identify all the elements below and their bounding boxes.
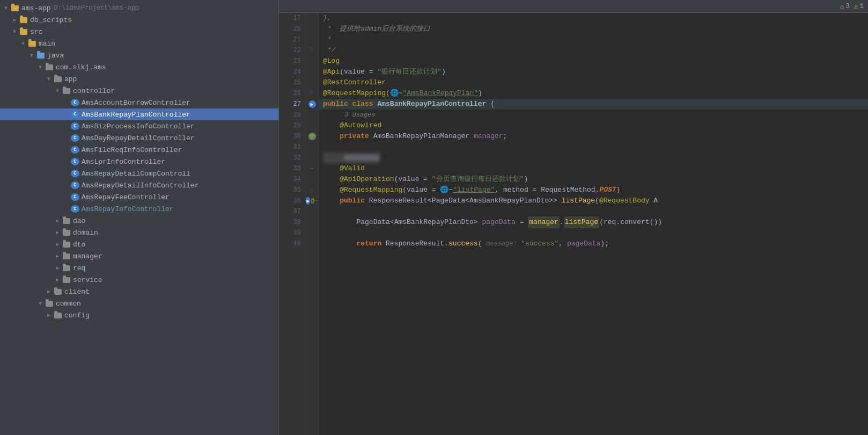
tree-item-domain[interactable]: domain <box>0 227 278 238</box>
tree-item-db-scripts[interactable]: db_scripts <box>0 14 278 26</box>
gutter-30: ↑ <box>306 131 318 142</box>
code-line-21: * <box>319 34 868 45</box>
tree-item-java[interactable]: java <box>0 49 278 61</box>
tree-item-amsbizprocess[interactable]: C AmsBizProcessInfoController <box>0 120 278 132</box>
impl-icon-30[interactable]: ↑ <box>308 133 316 140</box>
gutter: – – ▶ ↑ – – ▶ @ – <box>306 13 319 435</box>
arrow-empty5 <box>62 146 70 154</box>
tree-item-amsrepaydetail[interactable]: C AmsRepayDetailInfoController <box>0 179 278 191</box>
tree-item-req[interactable]: req <box>0 262 278 274</box>
gutter-23 <box>306 56 318 67</box>
line-num-34: 34 <box>281 174 301 185</box>
close-40: ); <box>600 238 609 249</box>
indent-34 <box>323 174 340 185</box>
arrow-empty9 <box>62 193 70 201</box>
fold-icon-35[interactable]: – <box>310 186 314 194</box>
label-manager: manager <box>73 252 102 260</box>
close-34: ) <box>524 174 528 185</box>
folder-icon-dto <box>62 241 71 248</box>
tree-item-service[interactable]: service <box>0 274 278 286</box>
line-num-22: 22 <box>281 45 301 56</box>
code-line-26: @RequestMapping(🌐~"AmsBankRepayPlan") <box>319 88 868 99</box>
paren-36: ( <box>595 195 599 206</box>
label-amsrepayfee: AmsRepayFeeController <box>82 193 170 201</box>
warning-badge-3: ⚠ 3 <box>840 2 850 11</box>
tree-item-amsbankrepayplan[interactable]: C AmsBankRepayPlanController <box>0 108 278 120</box>
label-java: java <box>47 52 64 60</box>
tree-item-config[interactable]: config <box>0 309 278 321</box>
warn-count-3: 3 <box>846 3 850 10</box>
fold-icon-33[interactable]: – <box>310 165 314 172</box>
tree-item-amsaccountborrow[interactable]: C AmsAccountBorrowController <box>0 97 278 108</box>
tree-item-src[interactable]: src <box>0 26 278 38</box>
fold-icon-36[interactable]: – <box>314 197 318 205</box>
label-amsaccountborrow: AmsAccountBorrowController <box>82 99 190 107</box>
tree-item-main[interactable]: main <box>0 38 278 49</box>
tree-item-manager[interactable]: manager <box>0 250 278 262</box>
tree-item-controller[interactable]: controller <box>0 85 278 97</box>
label-domain: domain <box>73 229 98 237</box>
gutter-37 <box>306 206 318 217</box>
warn-icon-3: ⚠ <box>840 2 844 11</box>
tilde-26: ~ <box>399 88 403 99</box>
tree-item-client[interactable]: client <box>0 286 278 298</box>
label-app: app <box>64 75 77 83</box>
tree-item-amsrepayfee[interactable]: C AmsRepayFeeController <box>0 191 278 203</box>
tree-item-app[interactable]: app <box>0 73 278 85</box>
tree-item-amsdayrepay[interactable]: C AmsDayRepayDetailController <box>0 132 278 144</box>
folder-icon-src <box>19 28 28 35</box>
line-num-37: 37 <box>281 206 301 217</box>
code-content-17: }, <box>323 13 332 24</box>
path-ams-app: D:\ideaProject\ams-app <box>54 4 139 12</box>
tree-item-amsrepaycomp[interactable]: C AmsRepayDetailCompControll <box>0 168 278 179</box>
fold-icon-22[interactable]: – <box>310 47 314 54</box>
code-line-32: ██████████ <box>319 153 868 163</box>
tree-item-amslpr[interactable]: C AmsLprInfoController <box>0 156 278 168</box>
gutter-36: ▶ @ – <box>306 195 318 206</box>
class-icon-c4: C <box>71 134 79 142</box>
class-icon-c: C <box>71 99 79 106</box>
arrow-empty4 <box>62 134 70 142</box>
tree-item-amsrepayinfo[interactable]: C AmsRepayInfoController <box>0 203 278 215</box>
tree-item-dao[interactable]: dao <box>0 215 278 227</box>
folder-icon-service <box>62 276 71 284</box>
code-line-37 <box>319 206 868 217</box>
code-line-33: @Valid <box>319 163 868 174</box>
type-40: ResponseResult. <box>386 238 448 249</box>
code-line-24: @Api(value = "银行每日还款计划") <box>319 67 868 77</box>
tree-item-dto[interactable]: dto <box>0 238 278 250</box>
type-36: ResponseResult<PageData<AmsBankRepayPlan… <box>369 195 562 206</box>
indent-36 <box>323 195 340 206</box>
gutter-24 <box>306 67 318 77</box>
tree-item-common[interactable]: common <box>0 298 278 309</box>
arrow-service <box>54 276 61 284</box>
label-amsfilereq: AmsFileReqInfoController <box>82 146 182 154</box>
arrow-empty3 <box>62 122 70 130</box>
dot-38: . <box>560 217 564 228</box>
editor-header: ⚠ 3 ⚠ 1 <box>279 0 868 13</box>
label-db-scripts: db_scripts <box>30 16 72 24</box>
code-content-23: @Log <box>323 56 340 67</box>
tree-item-ams-app[interactable]: ams-app D:\ideaProject\ams-app <box>0 2 278 14</box>
fold-icon-26[interactable]: – <box>310 90 314 97</box>
arrow-req <box>54 264 61 272</box>
reqbody-36: @RequestBody <box>599 195 653 206</box>
gutter-40 <box>306 238 318 249</box>
arrow-empty7 <box>62 170 70 177</box>
tree-item-com-slkj-ams[interactable]: com.slkj.ams <box>0 61 278 73</box>
chinese-20: 提供给admin后台系统的接口 <box>340 24 430 34</box>
eq-38: = <box>516 217 528 228</box>
tree-item-amsfilereq[interactable]: C AmsFileReqInfoController <box>0 144 278 156</box>
code-content-21: * <box>323 34 332 45</box>
code-line-28: 3 usages <box>319 110 868 120</box>
string-40: "success" <box>521 238 558 249</box>
gutter-27[interactable]: ▶ <box>306 99 318 110</box>
blurred-32: ██████████ <box>323 153 380 163</box>
folder-icon-dao <box>62 217 71 224</box>
run-icon-27[interactable]: ▶ <box>308 100 316 108</box>
label-amsbizprocess: AmsBizProcessInfoController <box>82 122 195 130</box>
kw-class-27: class <box>352 99 378 110</box>
run-icon-36[interactable]: ▶ <box>306 197 310 205</box>
code-content-25: @RestController <box>323 77 386 88</box>
code-line-40: return ResponseResult.success( message: … <box>319 238 868 249</box>
